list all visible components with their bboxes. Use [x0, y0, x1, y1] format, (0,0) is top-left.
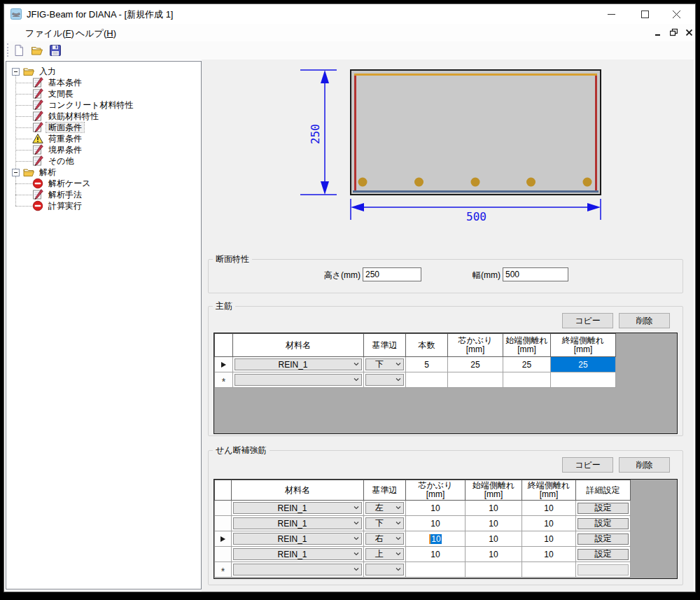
- end-offset-cell[interactable]: 10: [522, 516, 576, 531]
- cover-cell[interactable]: 25: [448, 357, 503, 372]
- edge-cell[interactable]: 上: [364, 547, 406, 562]
- edge-combobox[interactable]: 下: [365, 358, 404, 370]
- material-cell[interactable]: REIN_1: [232, 501, 364, 516]
- cover-cell-empty[interactable]: [448, 372, 503, 388]
- close-button[interactable]: [661, 4, 692, 24]
- row-header[interactable]: [215, 516, 232, 531]
- new-row-marker: *: [215, 562, 232, 578]
- edge-combobox-empty[interactable]: [365, 564, 404, 575]
- material-combobox-empty[interactable]: [234, 374, 362, 386]
- edge-cell-empty[interactable]: [364, 372, 406, 388]
- new-document-icon[interactable]: [13, 44, 25, 57]
- row-header[interactable]: [215, 547, 232, 562]
- end-offset-cell-selected[interactable]: 25: [551, 357, 616, 372]
- shear-rebar-delete-button[interactable]: 削除: [619, 457, 670, 473]
- material-cell[interactable]: REIN_1: [232, 547, 364, 562]
- cover-cell[interactable]: 10: [406, 501, 465, 516]
- tree-item-load-conditions[interactable]: 荷重条件: [32, 133, 84, 144]
- open-file-icon[interactable]: [31, 44, 43, 57]
- detail-cell[interactable]: 設定: [576, 516, 631, 531]
- cover-cell[interactable]: 10: [406, 516, 465, 531]
- start-offset-cell-empty[interactable]: [465, 562, 522, 578]
- tree-guide: [15, 161, 32, 162]
- maximize-button[interactable]: [629, 4, 660, 24]
- tree-group-input[interactable]: 入力: [23, 66, 58, 77]
- start-offset-cell[interactable]: 10: [465, 531, 522, 547]
- mdi-minimize-button[interactable]: [651, 26, 665, 39]
- tree-item-others[interactable]: その他: [32, 155, 76, 167]
- end-offset-cell[interactable]: 10: [522, 531, 576, 547]
- tree-item-concrete-material[interactable]: コンクリート材料特性: [32, 99, 135, 111]
- material-combobox[interactable]: REIN_1: [233, 533, 362, 545]
- material-cell[interactable]: REIN_1: [232, 516, 364, 531]
- cover-cell[interactable]: 10: [406, 547, 465, 562]
- mdi-restore-button[interactable]: [666, 26, 680, 39]
- material-combobox-empty[interactable]: [233, 564, 362, 575]
- minimize-button[interactable]: [596, 4, 626, 24]
- detail-cell[interactable]: 設定: [576, 531, 631, 547]
- tree-item-analysis-method[interactable]: 解析手法: [32, 189, 84, 200]
- edge-combobox[interactable]: 右: [365, 533, 404, 545]
- end-offset-cell-empty[interactable]: [522, 562, 576, 578]
- tree-item-analysis-case[interactable]: 解析ケース: [32, 178, 93, 189]
- main-rebar-delete-button[interactable]: 削除: [619, 313, 670, 328]
- cover-cell-empty[interactable]: [406, 562, 465, 578]
- count-cell-empty[interactable]: [406, 372, 448, 388]
- start-offset-cell[interactable]: 10: [465, 501, 522, 516]
- count-cell[interactable]: 5: [406, 357, 448, 372]
- material-combobox[interactable]: REIN_1: [234, 358, 362, 370]
- detail-cell[interactable]: 設定: [576, 501, 631, 516]
- menu-help[interactable]: ヘルプ(H): [71, 27, 120, 41]
- edge-combobox[interactable]: 上: [365, 548, 404, 560]
- tree-item-section-conditions[interactable]: 断面条件: [32, 122, 84, 133]
- material-cell[interactable]: REIN_1: [233, 357, 364, 372]
- tree-item-basic-conditions[interactable]: 基本条件: [32, 77, 84, 88]
- edge-combobox[interactable]: 下: [365, 517, 404, 529]
- tree-item-run-calculation[interactable]: 計算実行: [32, 200, 84, 211]
- settings-button[interactable]: 設定: [578, 549, 629, 560]
- shear-rebar-copy-button[interactable]: コピー: [562, 457, 613, 473]
- material-cell-empty[interactable]: [232, 562, 364, 578]
- edge-cell[interactable]: 左: [364, 501, 406, 516]
- settings-button[interactable]: 設定: [578, 503, 629, 514]
- material-cell[interactable]: REIN_1: [232, 531, 364, 547]
- cover-cell-editing[interactable]: 10: [406, 531, 465, 547]
- end-offset-cell[interactable]: 10: [522, 501, 576, 516]
- settings-button[interactable]: 設定: [578, 518, 629, 529]
- end-offset-cell[interactable]: 10: [522, 547, 576, 562]
- start-offset-cell[interactable]: 10: [465, 516, 522, 531]
- settings-button[interactable]: 設定: [578, 533, 629, 545]
- edge-cell[interactable]: 下: [364, 516, 406, 531]
- start-offset-cell[interactable]: 10: [465, 547, 522, 562]
- material-combobox[interactable]: REIN_1: [233, 548, 362, 560]
- edge-cell[interactable]: 右: [364, 531, 406, 547]
- material-combobox[interactable]: REIN_1: [233, 517, 362, 529]
- edge-cell[interactable]: 下: [364, 357, 406, 372]
- tree-item-boundary-conditions[interactable]: 境界条件: [32, 144, 84, 155]
- detail-cell-empty[interactable]: [576, 562, 631, 578]
- tree-collapse-toggle-analysis[interactable]: [12, 169, 20, 176]
- tree-item-span-length[interactable]: 支間長: [32, 88, 76, 99]
- mdi-close-button[interactable]: [682, 26, 696, 39]
- tree-collapse-toggle-input[interactable]: [12, 68, 20, 76]
- tree-guide: [15, 139, 32, 139]
- edge-cell-empty[interactable]: [364, 562, 406, 578]
- edge-combobox-empty[interactable]: [365, 374, 404, 386]
- save-icon[interactable]: [49, 44, 62, 57]
- width-input[interactable]: [503, 267, 568, 281]
- tree-group-analysis[interactable]: 解析: [23, 167, 58, 178]
- material-cell-empty[interactable]: [233, 372, 364, 388]
- start-offset-cell-empty[interactable]: [503, 372, 551, 388]
- end-offset-cell-empty[interactable]: [551, 372, 616, 388]
- current-row-marker[interactable]: [215, 531, 232, 547]
- height-input[interactable]: [363, 267, 421, 281]
- start-offset-cell[interactable]: 25: [503, 357, 551, 372]
- current-row-marker[interactable]: [215, 357, 233, 372]
- detail-cell[interactable]: 設定: [576, 547, 631, 562]
- tree-item-rebar-material[interactable]: 鉄筋材料特性: [32, 111, 101, 122]
- main-rebar-copy-button[interactable]: コピー: [562, 313, 613, 328]
- menu-file[interactable]: ファイル(F): [21, 27, 78, 41]
- row-header[interactable]: [215, 501, 232, 516]
- edge-combobox[interactable]: 左: [365, 502, 404, 514]
- material-combobox[interactable]: REIN_1: [233, 502, 362, 514]
